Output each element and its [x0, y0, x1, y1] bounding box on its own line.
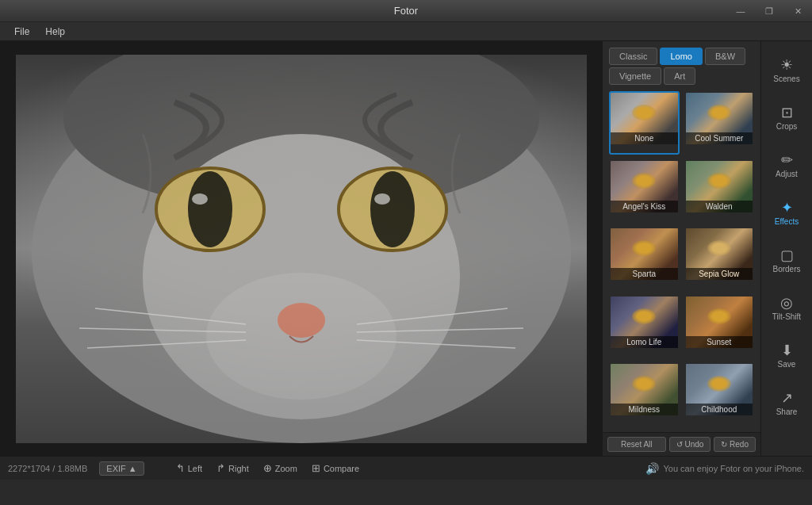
svg-point-4: [188, 171, 232, 247]
tool-save[interactable]: ⬇Save: [764, 333, 810, 379]
bottom-controls: ↰Left↱Right⊕Zoom⊞Compare: [172, 461, 363, 476]
svg-point-10: [374, 193, 390, 205]
effect-label-sepia-glow: Sepia Glow: [686, 268, 753, 280]
svg-point-8: [370, 171, 415, 247]
effect-label-none: None: [611, 132, 678, 144]
tool-label-borders: Borders: [772, 265, 800, 274]
effect-label-cool-summer: Cool Summer: [686, 132, 753, 144]
tool-label-crops: Crops: [776, 122, 798, 132]
right-label: Right: [228, 464, 249, 473]
restore-button[interactable]: ❐: [755, 0, 783, 22]
effect-cool-summer[interactable]: Cool Summer: [684, 91, 755, 155]
tool-label-tilt-shift: Tilt-Shift: [772, 312, 801, 322]
share-icon: ↗: [781, 391, 793, 405]
undo-button[interactable]: ↺ Undo: [669, 437, 711, 452]
effects-grid: NoneCool SummerAngel's KissWaldenSpartaS…: [603, 85, 760, 432]
effect-childhood[interactable]: Childhood: [684, 362, 755, 426]
borders-icon: ▢: [780, 248, 794, 262]
thumb-eye-angels-kiss: [632, 173, 656, 189]
effect-thumb-sepia-glow: Sepia Glow: [686, 228, 753, 280]
tools-sidebar: ☀Scenes⊡Crops✏Adjust✦Effects▢Borders◎Til…: [760, 41, 812, 456]
title-bar: Fotor — ❐ ✕: [0, 0, 812, 22]
compare-icon: ⊞: [312, 462, 320, 474]
effect-sunset[interactable]: Sunset: [684, 295, 755, 358]
filter-panel: Classic Lomo B&W Vignette Art NoneCool S…: [602, 41, 760, 456]
bottom-bar: 2272*1704 / 1.88MB EXIF ▲ ↰Left↱Right⊕Zo…: [0, 456, 812, 480]
photo-canvas: [16, 55, 587, 443]
action-bar: Reset All ↺ Undo ↻ Redo: [603, 432, 760, 456]
left-icon: ↰: [176, 462, 185, 474]
effect-none[interactable]: None: [609, 91, 680, 155]
tool-label-save: Save: [778, 360, 796, 369]
effect-lomo-life[interactable]: Lomo Life: [609, 295, 680, 358]
exif-button[interactable]: EXIF ▲: [99, 461, 144, 476]
menu-bar: File Help: [0, 22, 812, 41]
effect-label-lomo-life: Lomo Life: [611, 336, 678, 348]
tab-bw[interactable]: B&W: [705, 48, 745, 65]
effect-label-angels-kiss: Angel's Kiss: [611, 201, 678, 212]
effect-sparta[interactable]: Sparta: [609, 227, 680, 290]
svg-point-12: [206, 273, 396, 400]
tool-adjust[interactable]: ✏Adjust: [764, 143, 810, 189]
main-content: Classic Lomo B&W Vignette Art NoneCool S…: [0, 41, 812, 456]
thumb-eye-cool-summer: [707, 105, 731, 121]
tool-label-share: Share: [776, 407, 798, 417]
effect-label-sparta: Sparta: [611, 268, 678, 280]
tool-share[interactable]: ↗Share: [764, 381, 810, 427]
tab-classic[interactable]: Classic: [609, 48, 657, 65]
tool-crops[interactable]: ⊡Crops: [764, 95, 810, 141]
effect-label-walden: Walden: [686, 201, 753, 212]
bottom-left-button[interactable]: ↰Left: [172, 461, 206, 476]
thumb-eye-sepia-glow: [707, 240, 731, 256]
app-title: Fotor: [394, 5, 418, 17]
effect-label-mildness: Mildness: [611, 404, 678, 415]
thumb-eye-lomo-life: [632, 308, 656, 324]
zoom-label: Zoom: [275, 464, 297, 473]
bottom-zoom-button[interactable]: ⊕Zoom: [259, 461, 301, 476]
save-icon: ⬇: [781, 343, 793, 358]
effect-thumb-mildness: Mildness: [611, 364, 678, 415]
bottom-message: 🔊 You can enjoy Fotor on your iPhone.: [645, 462, 804, 475]
compare-label: Compare: [324, 464, 359, 473]
canvas-area: [0, 41, 602, 456]
tab-vignette[interactable]: Vignette: [609, 67, 661, 85]
filter-tab-bar: Classic Lomo B&W Vignette Art: [603, 41, 760, 85]
bottom-right-button[interactable]: ↱Right: [213, 461, 253, 476]
thumb-eye-mildness: [632, 376, 656, 392]
thumb-eye-sunset: [707, 308, 731, 324]
bottom-compare-button[interactable]: ⊞Compare: [308, 461, 363, 476]
tab-art[interactable]: Art: [664, 67, 695, 85]
thumb-eye-walden: [707, 173, 731, 189]
effect-thumb-sunset: Sunset: [686, 296, 753, 348]
left-label: Left: [188, 464, 202, 473]
effect-thumb-childhood: Childhood: [686, 364, 753, 415]
tool-label-scenes: Scenes: [773, 75, 799, 84]
tool-borders[interactable]: ▢Borders: [764, 238, 810, 284]
effects-icon: ✦: [781, 201, 793, 215]
menu-file[interactable]: File: [6, 25, 37, 39]
effect-thumb-cool-summer: Cool Summer: [686, 93, 753, 144]
reset-all-button[interactable]: Reset All: [607, 437, 666, 452]
effect-thumb-walden: Walden: [686, 161, 753, 212]
effect-label-childhood: Childhood: [686, 404, 753, 415]
effect-thumb-angels-kiss: Angel's Kiss: [611, 161, 678, 212]
close-button[interactable]: ✕: [783, 0, 812, 22]
effect-label-sunset: Sunset: [686, 336, 753, 348]
effect-walden[interactable]: Walden: [684, 159, 755, 223]
menu-help[interactable]: Help: [37, 25, 73, 39]
window-controls: — ❐ ✕: [726, 0, 812, 22]
tool-scenes[interactable]: ☀Scenes: [764, 48, 810, 94]
svg-point-6: [192, 193, 208, 205]
effect-sepia-glow[interactable]: Sepia Glow: [684, 227, 755, 290]
zoom-icon: ⊕: [263, 462, 272, 474]
tool-effects[interactable]: ✦Effects: [764, 190, 810, 236]
redo-button[interactable]: ↻ Redo: [714, 437, 756, 452]
effect-mildness[interactable]: Mildness: [609, 362, 680, 426]
tool-label-effects: Effects: [775, 217, 799, 227]
minimize-button[interactable]: —: [726, 0, 755, 22]
effect-angels-kiss[interactable]: Angel's Kiss: [609, 159, 680, 223]
crops-icon: ⊡: [781, 105, 793, 120]
tab-lomo[interactable]: Lomo: [660, 48, 703, 65]
tool-tilt-shift[interactable]: ◎Tilt-Shift: [764, 285, 810, 331]
effect-thumb-none: None: [611, 93, 678, 144]
